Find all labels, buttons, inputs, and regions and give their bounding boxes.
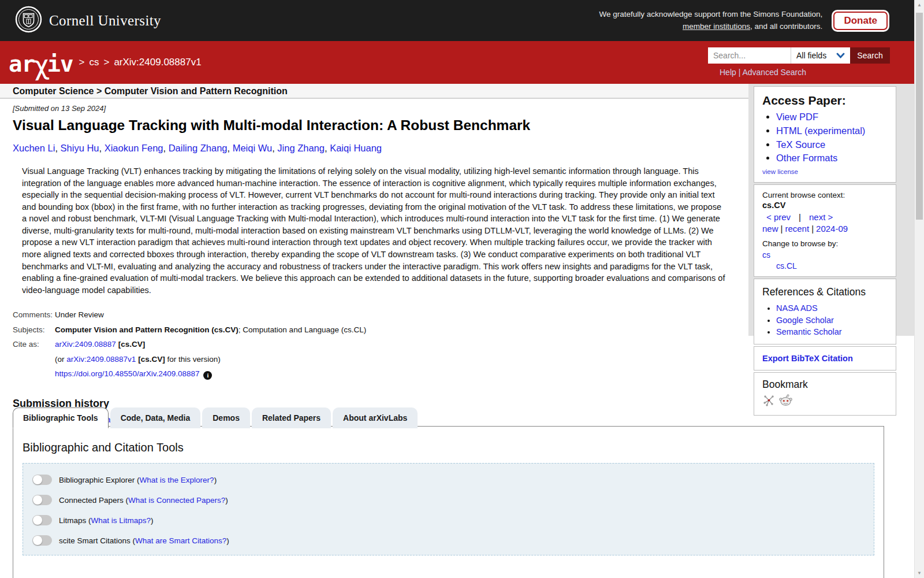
recent-link[interactable]: recent bbox=[785, 224, 809, 234]
sidebar-link[interactable]: Semantic Scholar bbox=[776, 327, 842, 336]
access-paper-box: Access Paper: View PDFHTML (experimental… bbox=[754, 86, 896, 183]
author-link[interactable]: Xuchen Li bbox=[13, 143, 55, 153]
tab-code-data-media[interactable]: Code, Data, Media bbox=[110, 407, 201, 428]
subjects-label: Subjects: bbox=[13, 324, 55, 339]
tab-bibliographic-tools[interactable]: Bibliographic Tools bbox=[13, 407, 109, 428]
export-bibtex-link[interactable]: Export BibTeX Citation bbox=[762, 354, 853, 363]
author-link[interactable]: Xiaokun Feng bbox=[105, 143, 163, 153]
advanced-search-link[interactable]: Advanced Search bbox=[742, 68, 806, 77]
sidebar-link[interactable]: TeX Source bbox=[776, 139, 825, 150]
help-link[interactable]: Help bbox=[720, 68, 736, 77]
sidebar-link-item: Other Formats bbox=[776, 152, 888, 165]
abstract-page: [Submitted on 13 Sep 2024] Visual Langua… bbox=[0, 100, 748, 436]
tab-about-arxivlabs[interactable]: About arXivLabs bbox=[333, 407, 418, 428]
next-link[interactable]: next > bbox=[809, 212, 833, 222]
toggle-label: Bibliographic Explorer (What is the Expl… bbox=[59, 476, 217, 484]
view-license-link[interactable]: view license bbox=[762, 168, 798, 175]
labs-toggle-row: Litmaps (What is Litmaps?) bbox=[32, 515, 874, 525]
toggle-switch[interactable] bbox=[32, 475, 52, 485]
field-select[interactable]: All fields bbox=[791, 47, 850, 64]
toggle-help-link[interactable]: What is Litmaps? bbox=[91, 516, 151, 525]
toggle-help-link[interactable]: What is Connected Papers? bbox=[128, 496, 225, 505]
arxiv-logo[interactable]: arχiv bbox=[9, 47, 73, 78]
browse-context-box: Current browse context: cs.CV < prev|nex… bbox=[754, 184, 896, 277]
access-paper-heading: Access Paper: bbox=[762, 94, 888, 108]
member-institutions-link[interactable]: member institutions bbox=[683, 22, 750, 31]
search-help-row: Help | Advanced Search bbox=[720, 68, 890, 77]
sidebar-link-item: TeX Source bbox=[776, 139, 888, 151]
arxiv-chi-glyph: χ bbox=[32, 49, 49, 81]
breadcrumb-cs-link[interactable]: cs bbox=[89, 57, 99, 68]
references-citations-box: References & Citations NASA ADSGoogle Sc… bbox=[754, 279, 896, 344]
bibliographic-tools-heading: Bibliographic and Citation Tools bbox=[23, 441, 884, 454]
tab-demos[interactable]: Demos bbox=[202, 407, 250, 428]
export-bibtex-box: Export BibTeX Citation bbox=[754, 346, 896, 370]
new-link[interactable]: new bbox=[762, 224, 778, 234]
toggle-knob bbox=[33, 495, 42, 505]
cornell-brand[interactable]: Cornell University bbox=[15, 6, 161, 35]
prev-link[interactable]: < prev bbox=[766, 212, 791, 222]
labs-panel: Bibliographic and Citation Tools Bibliog… bbox=[13, 426, 884, 578]
tab-related-papers[interactable]: Related Papers bbox=[252, 407, 331, 428]
author-link[interactable]: Jing Zhang bbox=[277, 143, 325, 153]
arxiv-version-link[interactable]: arXiv:2409.08887v1 bbox=[66, 355, 136, 364]
doi-link[interactable]: https://doi.org/10.48550/arXiv.2409.0888… bbox=[55, 369, 199, 378]
browse-cs-link[interactable]: cs bbox=[762, 250, 770, 260]
page-scrollbar: ▲ ▼ bbox=[914, 0, 924, 578]
access-links: View PDFHTML (experimental)TeX SourceOth… bbox=[762, 111, 888, 165]
arxiv-banner: arχiv > cs > arXiv:2409.08887v1 All fiel… bbox=[0, 41, 924, 84]
prev-next-nav: < prev|next > bbox=[762, 212, 888, 222]
reddit-icon[interactable] bbox=[778, 394, 793, 409]
cornell-seal-icon bbox=[15, 6, 42, 35]
sidebar-link-item: NASA ADS bbox=[776, 302, 888, 314]
bookmark-box: Bookmark bbox=[754, 372, 896, 416]
sidebar-link[interactable]: View PDF bbox=[776, 112, 818, 122]
toggle-switch[interactable] bbox=[32, 535, 52, 546]
reference-links: NASA ADSGoogle ScholarSemantic Scholar bbox=[762, 302, 888, 338]
sidebar-link[interactable]: Google Scholar bbox=[776, 316, 834, 325]
sidebar-link[interactable]: Other Formats bbox=[776, 153, 837, 163]
citation-tools-panel: Bibliographic Explorer (What is the Expl… bbox=[23, 463, 874, 555]
toggle-switch[interactable] bbox=[32, 495, 52, 505]
search-button[interactable]: Search bbox=[850, 47, 890, 64]
author-link[interactable]: Meiqi Wu bbox=[233, 143, 272, 153]
arxiv-id-link[interactable]: arXiv:2409.08887 bbox=[55, 340, 116, 349]
author-link[interactable]: Shiyu Hu bbox=[61, 143, 99, 153]
toggle-knob bbox=[33, 516, 42, 525]
sidebar: Access Paper: View PDFHTML (experimental… bbox=[748, 84, 915, 336]
comments-label: Comments: bbox=[13, 309, 55, 324]
toggle-help-link[interactable]: What are Smart Citations? bbox=[135, 536, 226, 545]
sidebar-link[interactable]: HTML (experimental) bbox=[776, 125, 865, 136]
toggle-help-link[interactable]: What is the Explorer? bbox=[140, 476, 214, 484]
month-link[interactable]: 2024-09 bbox=[816, 224, 848, 234]
scrollbar-down-icon[interactable]: ▼ bbox=[915, 570, 924, 576]
cite-as-value: arXiv:2409.08887 [cs.CV] bbox=[55, 339, 366, 354]
sidebar-link[interactable]: NASA ADS bbox=[776, 303, 818, 313]
author-link[interactable]: Kaiqi Huang bbox=[330, 143, 382, 153]
subject-breadcrumb: Computer Science > Computer Vision and P… bbox=[0, 84, 748, 99]
cornell-header: Cornell University We gratefully acknowl… bbox=[0, 0, 924, 41]
sidebar-link-item: Google Scholar bbox=[776, 314, 888, 327]
labs-tab-bar: Bibliographic ToolsCode, Data, MediaDemo… bbox=[13, 407, 418, 428]
search-input[interactable] bbox=[708, 47, 791, 64]
toggle-switch[interactable] bbox=[32, 515, 52, 525]
breadcrumb-paper-id: arXiv:2409.08887v1 bbox=[114, 57, 201, 68]
browse-context-value: cs.CV bbox=[762, 201, 888, 210]
chevron-down-icon bbox=[836, 51, 845, 60]
support-acknowledgement: We gratefully acknowledge support from t… bbox=[591, 9, 822, 32]
info-icon[interactable]: i bbox=[203, 371, 212, 380]
author-list: Xuchen Li, Shiyu Hu, Xiaokun Feng, Daili… bbox=[13, 143, 748, 154]
paper-title: Visual Language Tracking with Multi-moda… bbox=[13, 117, 748, 134]
labs-toggle-row: Connected Papers (What is Connected Pape… bbox=[32, 495, 874, 505]
browse-context-label: Current browse context: bbox=[762, 191, 888, 199]
bookmark-heading: Bookmark bbox=[762, 379, 888, 391]
toggle-label: Litmaps (What is Litmaps?) bbox=[59, 516, 154, 525]
doi-row: https://doi.org/10.48550/arXiv.2409.0888… bbox=[55, 368, 366, 383]
scrollbar-thumb[interactable] bbox=[916, 13, 923, 220]
donate-button[interactable]: Donate bbox=[832, 10, 889, 32]
cite-version-value: (or arXiv:2409.08887v1 [cs.CV] for this … bbox=[55, 354, 366, 369]
browse-cscl-link[interactable]: cs.CL bbox=[776, 261, 797, 271]
author-link[interactable]: Dailing Zhang bbox=[169, 143, 228, 153]
scrollbar-up-icon[interactable]: ▲ bbox=[915, 2, 924, 8]
bibsonomy-icon[interactable] bbox=[762, 394, 776, 409]
